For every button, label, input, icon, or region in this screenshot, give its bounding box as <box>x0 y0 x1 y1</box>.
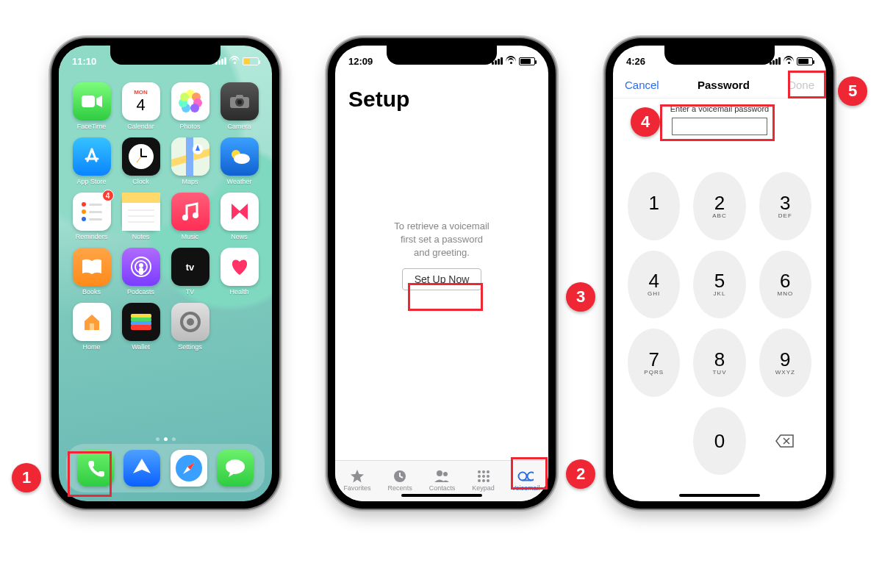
clock-icon <box>392 470 408 483</box>
callout-2: 2 <box>566 459 595 489</box>
app-appstore[interactable]: App Store <box>69 137 114 185</box>
app-settings[interactable]: Settings <box>168 303 212 351</box>
svg-point-43 <box>478 479 481 482</box>
wifi-icon <box>784 57 794 65</box>
highlight-password-field <box>660 104 775 141</box>
app-home[interactable]: Home <box>69 303 114 351</box>
key-2[interactable]: 2ABC <box>693 172 745 240</box>
highlight-phone-app <box>68 451 112 497</box>
svg-point-36 <box>443 472 448 476</box>
phone-2-setup: 12:09 Setup To retrieve a voicemail firs… <box>328 38 556 509</box>
notch-icon <box>110 46 220 65</box>
svg-point-22 <box>139 263 143 268</box>
home-indicator <box>679 494 760 497</box>
app-health[interactable]: Health <box>217 248 262 295</box>
calendar-icon: MON 4 <box>122 82 160 121</box>
key-8[interactable]: 8TUV <box>693 329 745 397</box>
svg-point-12 <box>234 154 250 164</box>
key-7[interactable]: 7PQRS <box>628 329 680 397</box>
reminders-icon: 4 <box>73 193 111 231</box>
highlight-voicemail-tab <box>511 457 548 490</box>
svg-point-44 <box>482 479 485 482</box>
app-calendar[interactable]: MON 4 Calendar <box>118 82 163 130</box>
reminders-badge: 4 <box>102 190 114 201</box>
svg-point-33 <box>226 459 245 474</box>
app-podcasts[interactable]: Podcasts <box>118 248 163 295</box>
callout-5: 5 <box>838 76 867 106</box>
keypad-icon <box>476 470 492 483</box>
health-icon <box>220 248 259 286</box>
app-photos[interactable]: Photos <box>168 82 212 130</box>
svg-point-41 <box>482 475 485 478</box>
tab-favorites[interactable]: Favorites <box>344 470 371 492</box>
callout-3: 3 <box>566 282 595 312</box>
app-clock[interactable]: Clock <box>118 137 163 185</box>
appstore-icon <box>73 137 111 176</box>
app-maps[interactable]: Maps <box>168 137 212 185</box>
callout-1: 1 <box>12 463 41 492</box>
clock-icon <box>122 137 160 176</box>
maps-icon <box>171 137 209 176</box>
app-wallet[interactable]: Wallet <box>118 303 163 351</box>
app-notes[interactable]: Notes <box>118 193 163 240</box>
battery-icon <box>797 57 813 65</box>
svg-point-30 <box>187 318 194 326</box>
svg-rect-4 <box>236 95 243 98</box>
cancel-button[interactable]: Cancel <box>625 79 659 91</box>
app-camera[interactable]: Camera <box>217 82 262 130</box>
photos-icon <box>171 82 209 121</box>
mail-icon <box>123 450 160 487</box>
key-3[interactable]: 3DEF <box>759 172 811 240</box>
tutorial-stage: 11:10 FaceTime MON <box>0 0 882 588</box>
app-facetime[interactable]: FaceTime <box>69 82 114 130</box>
wifi-icon <box>229 57 240 65</box>
key-5[interactable]: 5JKL <box>693 251 745 319</box>
setup-content: To retrieve a voicemail first set a pass… <box>335 46 548 465</box>
app-reminders[interactable]: 4 Reminders <box>69 193 114 240</box>
dock-mail[interactable] <box>123 450 160 487</box>
status-time: 11:10 <box>72 56 96 67</box>
key-4[interactable]: 4GHI <box>628 251 680 319</box>
notes-icon <box>122 193 160 231</box>
svg-rect-0 <box>82 96 95 107</box>
svg-point-3 <box>237 100 242 104</box>
page-indicator <box>59 437 272 441</box>
contacts-icon <box>434 470 450 483</box>
svg-rect-23 <box>139 268 143 275</box>
wifi-icon <box>506 57 516 65</box>
notch-icon <box>387 46 497 65</box>
news-icon <box>220 193 259 231</box>
nav-title: Password <box>698 79 750 91</box>
home-app-grid: FaceTime MON 4 Calendar <box>59 78 272 351</box>
safari-icon <box>171 450 207 487</box>
highlight-set-up-now <box>408 283 483 311</box>
home-indicator <box>401 494 482 497</box>
key-6[interactable]: 6MNO <box>759 251 811 319</box>
dock-messages[interactable] <box>217 450 254 487</box>
highlight-done-button <box>788 71 826 98</box>
key-9[interactable]: 9WXYZ <box>759 329 811 397</box>
key-0[interactable]: 0 <box>693 407 745 476</box>
music-icon <box>171 193 209 231</box>
svg-point-19 <box>193 212 198 218</box>
app-tv[interactable]: tv TV <box>168 248 212 295</box>
home-icon <box>73 303 111 341</box>
battery-icon <box>519 57 535 65</box>
svg-point-42 <box>487 475 490 478</box>
camera-icon <box>220 82 259 121</box>
tab-keypad[interactable]: Keypad <box>472 470 495 492</box>
svg-point-35 <box>437 470 442 476</box>
tv-icon: tv <box>171 248 209 286</box>
dock-safari[interactable] <box>171 450 207 487</box>
key-delete[interactable] <box>759 407 811 476</box>
battery-icon <box>243 57 259 65</box>
app-news[interactable]: News <box>217 193 262 240</box>
app-music[interactable]: Music <box>168 193 212 240</box>
app-books[interactable]: Books <box>69 248 114 295</box>
star-icon <box>349 470 365 483</box>
key-1[interactable]: 1 <box>628 172 680 240</box>
backspace-icon <box>775 434 795 448</box>
app-weather[interactable]: Weather <box>217 137 262 185</box>
tab-recents[interactable]: Recents <box>388 470 412 492</box>
tab-contacts[interactable]: Contacts <box>429 470 456 492</box>
